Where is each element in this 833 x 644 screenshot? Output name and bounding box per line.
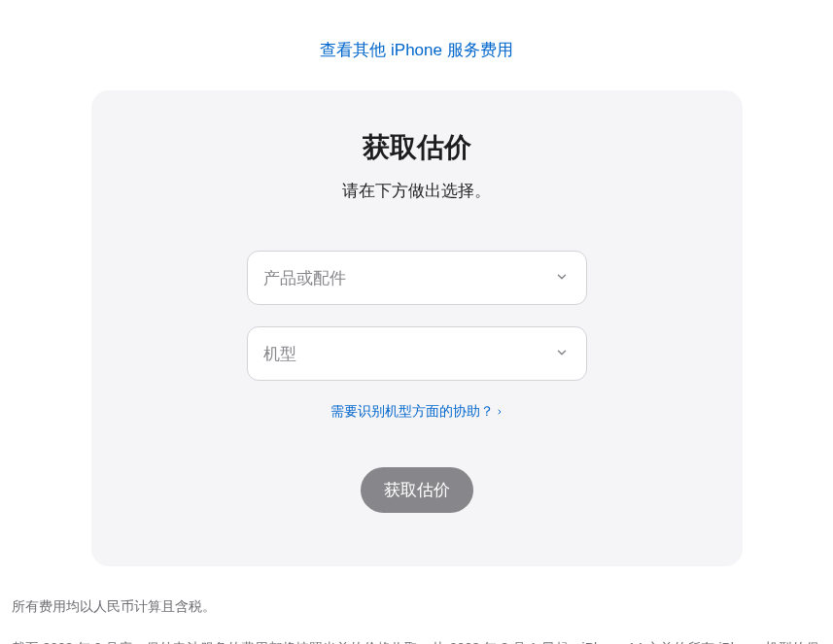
- help-link-row: 需要识别机型方面的协助？: [140, 402, 694, 421]
- estimate-card: 获取估价 请在下方做出选择。 产品或配件 机型 需要识别机型方面的协助？: [91, 90, 743, 566]
- identify-model-help-link[interactable]: 需要识别机型方面的协助？: [330, 403, 503, 421]
- product-select-placeholder: 产品或配件: [263, 267, 346, 289]
- other-services-link[interactable]: 查看其他 iPhone 服务费用: [320, 41, 512, 59]
- card-subtext: 请在下方做出选择。: [140, 180, 694, 202]
- chevron-down-icon: [555, 346, 571, 361]
- get-estimate-button[interactable]: 获取估价: [361, 467, 473, 513]
- footnote-1: 所有费用均以人民币计算且含税。: [12, 593, 821, 620]
- card-title: 获取估价: [140, 129, 694, 166]
- chevron-right-icon: [496, 406, 503, 418]
- product-select-wrap: 产品或配件: [247, 251, 587, 305]
- model-select-wrap: 机型: [247, 326, 587, 381]
- footer-notes: 所有费用均以人民币计算且含税。 截至 2023 年 2 月底，保外电池服务的费用…: [10, 593, 823, 644]
- help-link-label: 需要识别机型方面的协助？: [330, 403, 494, 421]
- product-select[interactable]: 产品或配件: [247, 251, 587, 305]
- model-select[interactable]: 机型: [247, 326, 587, 381]
- model-select-placeholder: 机型: [263, 343, 296, 365]
- chevron-down-icon: [555, 270, 571, 286]
- top-link-row: 查看其他 iPhone 服务费用: [10, 0, 823, 90]
- footnote-2-part1: 截至 2023 年 2 月底，保外电池服务的费用都将按照当前的价格收取。从 20…: [12, 640, 819, 644]
- footnote-2: 截至 2023 年 2 月底，保外电池服务的费用都将按照当前的价格收取。从 20…: [12, 635, 821, 644]
